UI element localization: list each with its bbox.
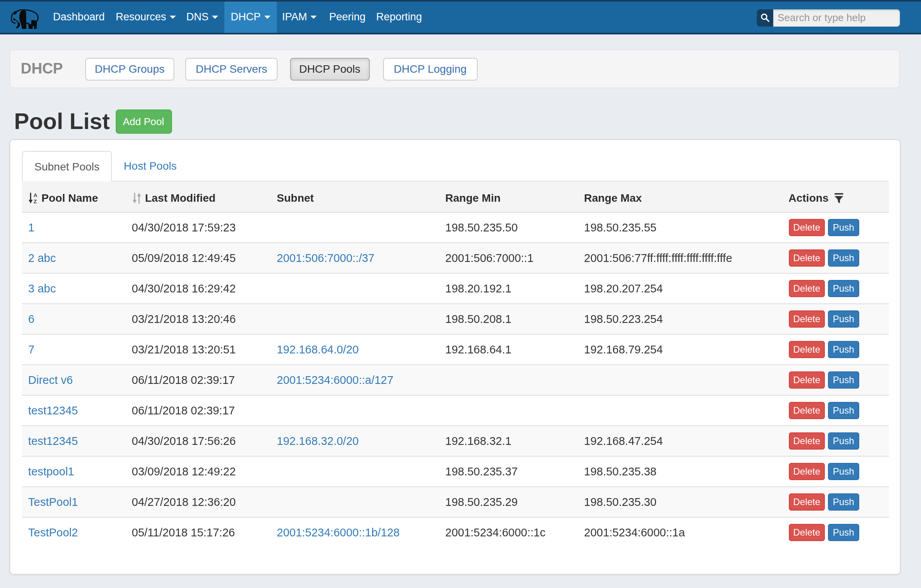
svg-text:Z: Z (34, 199, 37, 204)
svg-text:A: A (34, 193, 38, 199)
